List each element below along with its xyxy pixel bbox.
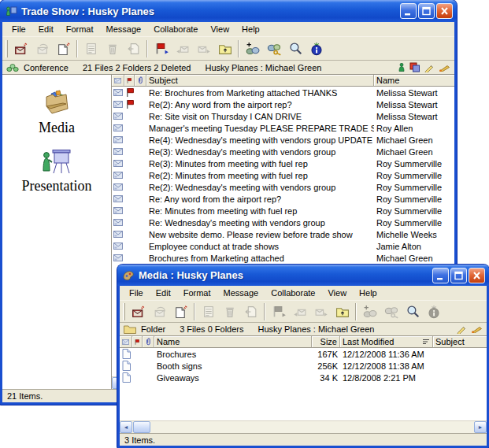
menu-format[interactable]: Format — [177, 287, 217, 299]
menu-format[interactable]: Format — [60, 23, 100, 35]
message-row[interactable]: New website demo. Please review before t… — [112, 228, 454, 240]
flag-button[interactable] — [150, 39, 172, 58]
toolbar-separator — [76, 40, 78, 57]
sidebar-item-media[interactable]: Media — [39, 87, 75, 136]
info-button[interactable] — [423, 302, 444, 321]
scrollbar-track[interactable] — [151, 421, 474, 433]
menu-file[interactable]: File — [123, 287, 150, 299]
column-header-last-modified[interactable]: Last Modified — [340, 336, 433, 348]
delete-icon — [106, 42, 120, 56]
layers-icon[interactable] — [409, 62, 420, 72]
message-row[interactable]: Re(2): Wednesday's meeting with vendors … — [112, 181, 454, 193]
close-button[interactable] — [469, 268, 485, 283]
scroll-left-icon[interactable]: ◄ — [120, 421, 132, 433]
toolbar-handle[interactable] — [123, 303, 125, 320]
menu-collaborate[interactable]: Collaborate — [147, 23, 204, 35]
unsubscribe-button[interactable] — [123, 39, 144, 58]
new-document-button[interactable] — [170, 302, 191, 321]
paperclip-icon — [145, 337, 151, 346]
column-header-flag[interactable] — [124, 75, 135, 87]
add-member-button[interactable] — [242, 39, 263, 58]
scrollbar-thumb[interactable] — [133, 421, 150, 433]
minimize-button[interactable] — [432, 268, 449, 283]
next-unread-button[interactable] — [193, 39, 214, 58]
column-header-subject[interactable]: Subject — [433, 336, 487, 348]
close-button[interactable] — [436, 3, 453, 19]
message-row[interactable]: Re(2): Minutes from meeting with fuel re… — [112, 169, 454, 181]
title-bar[interactable]: Trade Show : Husky Planes — [0, 0, 457, 22]
column-header-name[interactable]: Name — [154, 336, 312, 348]
column-header-message-icon[interactable] — [120, 336, 132, 348]
menu-help[interactable]: Help — [235, 23, 266, 35]
menu-file[interactable]: File — [6, 23, 32, 35]
title-bar[interactable]: Media : Husky Planes — [117, 265, 489, 286]
column-header-name[interactable]: Name — [374, 75, 454, 87]
message-row[interactable]: Re: Minutes from meeting with fuel repRo… — [112, 205, 454, 217]
info-button[interactable] — [306, 39, 327, 58]
media-window: Media : Husky Planes File Edit Format Me… — [117, 265, 489, 448]
pen-icon[interactable] — [439, 64, 450, 72]
pencil-icon[interactable] — [457, 324, 466, 334]
message-row[interactable]: Brochures from Marketing attachedMichael… — [112, 252, 454, 264]
column-header-flag[interactable] — [132, 336, 143, 348]
menu-view[interactable]: View — [204, 23, 235, 35]
new-document-button[interactable] — [53, 39, 74, 58]
delete-button[interactable] — [219, 302, 240, 321]
file-row[interactable]: Brochures167K12/12/2008 11:36 AM — [120, 348, 487, 360]
column-header-attachment[interactable] — [135, 75, 146, 87]
message-row[interactable]: Re: Site visit on Thursday I CAN DRIVEMe… — [112, 110, 454, 122]
menu-help[interactable]: Help — [353, 287, 383, 299]
message-row[interactable]: Re: Brochures from Marketing attached TH… — [112, 87, 454, 98]
column-header-subject[interactable]: Subject — [146, 75, 374, 87]
maximize-button[interactable] — [418, 3, 435, 19]
menu-collaborate[interactable]: Collaborate — [265, 287, 321, 299]
message-row[interactable]: Re: Any word from the airport rep?Roy Su… — [112, 193, 454, 205]
menu-message[interactable]: Message — [217, 287, 265, 299]
delete-button[interactable] — [102, 39, 123, 58]
column-header-message-icon[interactable] — [112, 75, 124, 87]
menu-view[interactable]: View — [321, 287, 353, 299]
reply-button[interactable] — [31, 39, 53, 58]
message-row[interactable]: Re: Wednesday's meeting with vendors gro… — [112, 217, 454, 228]
search-button[interactable] — [402, 302, 423, 321]
permissions-button[interactable] — [263, 39, 284, 58]
message-row[interactable]: Re(3): Wednesday's meeting with vendors … — [112, 146, 454, 157]
previous-unread-button[interactable] — [172, 39, 193, 58]
unsubscribe-button[interactable] — [240, 302, 261, 321]
reply-button[interactable] — [149, 302, 170, 321]
summary-bar: Folder 3 Files 0 Folders Husky Planes : … — [120, 322, 487, 336]
search-button[interactable] — [284, 39, 306, 58]
column-header-size[interactable]: Size — [312, 336, 340, 348]
column-header-attachment[interactable] — [143, 336, 154, 348]
parent-folder-button[interactable] — [214, 39, 235, 58]
maximize-button[interactable] — [450, 268, 467, 283]
permissions-button[interactable] — [380, 302, 402, 321]
message-row[interactable]: Manager's meeting Tuesday PLEASE PREPARE… — [112, 122, 454, 134]
summarize-button[interactable] — [80, 39, 102, 58]
folder-icon — [124, 324, 136, 334]
message-row[interactable]: Re(2): Any word from the airport rep?Mel… — [112, 98, 454, 110]
next-unread-button[interactable] — [310, 302, 332, 321]
pen-icon[interactable] — [471, 325, 482, 333]
minimize-button[interactable] — [400, 3, 417, 19]
file-row[interactable]: Booth signs256K12/12/2008 11:38 AM — [120, 360, 487, 372]
file-row[interactable]: Giveaways34 K12/8/2008 2:21 PM — [120, 372, 487, 383]
message-row[interactable]: Re(4): Wednesday's meeting with vendors … — [112, 134, 454, 146]
previous-unread-button[interactable] — [289, 302, 310, 321]
new-message-button[interactable] — [128, 302, 149, 321]
new-message-icon — [132, 305, 146, 319]
menu-edit[interactable]: Edit — [150, 287, 177, 299]
message-row[interactable]: Employee conduct at trade showsJamie Alt… — [112, 240, 454, 252]
menu-edit[interactable]: Edit — [32, 23, 60, 35]
menu-message[interactable]: Message — [100, 23, 148, 35]
sidebar-item-presentation[interactable]: Presentation — [22, 149, 92, 194]
summarize-button[interactable] — [198, 302, 219, 321]
new-message-button[interactable] — [10, 39, 31, 58]
flag-button[interactable] — [268, 302, 289, 321]
parent-folder-button[interactable] — [332, 302, 353, 321]
toolbar-handle[interactable] — [6, 40, 8, 57]
message-row[interactable]: Re(3): Minutes from meeting with fuel re… — [112, 157, 454, 169]
add-member-button[interactable] — [359, 302, 380, 321]
pencil-icon[interactable] — [424, 63, 434, 72]
scroll-right-icon[interactable]: ► — [474, 421, 487, 433]
